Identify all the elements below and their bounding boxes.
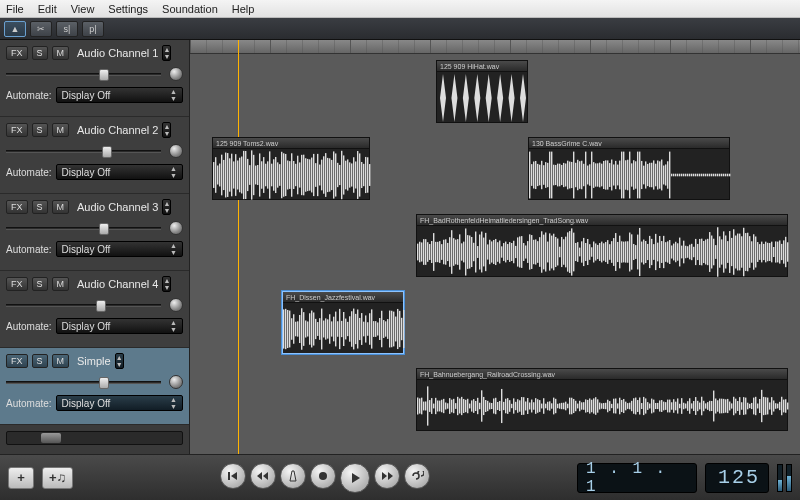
mute-button[interactable]: M [52, 46, 70, 60]
ruler[interactable] [190, 40, 800, 54]
menu-soundation[interactable]: Soundation [162, 3, 218, 15]
svg-rect-374 [283, 309, 284, 348]
svg-rect-87 [529, 152, 530, 199]
mute-button[interactable]: M [52, 123, 70, 137]
svg-rect-189 [419, 242, 420, 263]
svg-rect-408 [351, 311, 352, 347]
automate-dropdown[interactable]: Display Off▲▼ [56, 241, 183, 257]
track-header[interactable]: FX S M Audio Channel 1 ▲▼ Automate: Disp… [0, 40, 189, 117]
add-audio-track-button[interactable]: +♫ [42, 467, 73, 489]
play-button[interactable] [340, 463, 370, 493]
svg-rect-242 [525, 245, 526, 258]
volume-slider[interactable] [6, 220, 183, 236]
pan-knob[interactable] [169, 298, 183, 312]
menu-file[interactable]: File [6, 3, 24, 15]
svg-rect-268 [577, 242, 578, 262]
record-button[interactable] [310, 463, 336, 489]
svg-rect-40 [277, 162, 278, 187]
loop-button[interactable] [404, 463, 430, 489]
time-display[interactable]: 1 . 1 . 1 [577, 463, 697, 493]
svg-rect-383 [301, 308, 302, 349]
snap-tool[interactable]: s| [56, 21, 78, 37]
menu-settings[interactable]: Settings [108, 3, 148, 15]
svg-rect-566 [679, 404, 680, 408]
pencil-tool[interactable]: p| [82, 21, 104, 37]
fx-button[interactable]: FX [6, 277, 28, 291]
track-header[interactable]: FX S M Simple ▲▼ Automate: Display Off▲▼ [0, 348, 189, 425]
solo-button[interactable]: S [32, 123, 48, 137]
audio-clip[interactable]: FH_BadRothenfeldHeimatliedersingen_TradS… [416, 214, 788, 277]
audio-clip[interactable]: 125 909 Toms2.wav [212, 137, 370, 200]
svg-rect-605 [757, 404, 758, 409]
svg-rect-86 [369, 164, 370, 186]
solo-button[interactable]: S [32, 277, 48, 291]
rewind-start-button[interactable] [220, 463, 246, 489]
track-name: Audio Channel 4 [77, 278, 158, 290]
volume-slider[interactable] [6, 143, 183, 159]
cut-tool[interactable]: ✂ [30, 21, 52, 37]
pointer-tool[interactable]: ▲ [4, 21, 26, 37]
svg-rect-113 [581, 161, 582, 190]
svg-rect-450 [447, 403, 448, 408]
track-header[interactable]: FX S M Audio Channel 2 ▲▼ Automate: Disp… [0, 117, 189, 194]
svg-rect-151 [657, 160, 658, 189]
pan-knob[interactable] [169, 375, 183, 389]
fx-button[interactable]: FX [6, 200, 28, 214]
fx-button[interactable]: FX [6, 123, 28, 137]
pan-knob[interactable] [169, 221, 183, 235]
track-menu[interactable]: ▲▼ [115, 353, 124, 369]
track-header[interactable]: FX S M Audio Channel 4 ▲▼ Automate: Disp… [0, 271, 189, 348]
track-menu[interactable]: ▲▼ [162, 276, 171, 292]
solo-button[interactable]: S [32, 354, 48, 368]
mute-button[interactable]: M [52, 354, 70, 368]
audio-clip[interactable]: FH_Bahnuebergang_RailroadCrossing.wav [416, 368, 788, 431]
svg-rect-373 [787, 242, 788, 261]
svg-rect-298 [637, 235, 638, 270]
automate-dropdown[interactable]: Display Off▲▼ [56, 318, 183, 334]
menu-view[interactable]: View [71, 3, 95, 15]
mute-button[interactable]: M [52, 200, 70, 214]
bpm-display[interactable]: 125 [705, 463, 769, 493]
automate-dropdown[interactable]: Display Off▲▼ [56, 164, 183, 180]
track-menu[interactable]: ▲▼ [162, 122, 171, 138]
fx-button[interactable]: FX [6, 46, 28, 60]
svg-rect-168 [691, 174, 692, 177]
audio-clip[interactable]: 130 BassGrime C.wav [528, 137, 730, 200]
menu-edit[interactable]: Edit [38, 3, 57, 15]
forward-button[interactable] [374, 463, 400, 489]
track-header[interactable]: FX S M Audio Channel 3 ▲▼ Automate: Disp… [0, 194, 189, 271]
audio-clip[interactable]: FH_Dissen_Jazzfestival.wav [282, 291, 404, 354]
rewind-button[interactable] [250, 463, 276, 489]
svg-rect-139 [633, 160, 634, 190]
menu-help[interactable]: Help [232, 3, 255, 15]
pan-knob[interactable] [169, 144, 183, 158]
mute-button[interactable]: M [52, 277, 70, 291]
solo-button[interactable]: S [32, 46, 48, 60]
automate-dropdown[interactable]: Display Off▲▼ [56, 87, 183, 103]
metronome-button[interactable] [280, 463, 306, 489]
track-menu[interactable]: ▲▼ [162, 199, 171, 215]
svg-rect-318 [677, 243, 678, 260]
sidebar-hscroll[interactable] [6, 431, 183, 445]
svg-rect-123 [601, 164, 602, 187]
timeline-arena[interactable]: 125 909 HiHat.wav125 909 Toms2.wav130 Ba… [190, 40, 800, 454]
volume-slider[interactable] [6, 374, 183, 390]
svg-rect-561 [669, 400, 670, 413]
fx-button[interactable]: FX [6, 354, 28, 368]
svg-rect-146 [647, 164, 648, 186]
svg-rect-334 [709, 232, 710, 272]
svg-rect-267 [575, 243, 576, 261]
playhead[interactable] [238, 40, 239, 454]
svg-rect-27 [251, 150, 252, 199]
track-menu[interactable]: ▲▼ [162, 45, 171, 61]
svg-rect-388 [311, 311, 312, 348]
add-track-button[interactable]: + [8, 467, 34, 489]
automate-dropdown[interactable]: Display Off▲▼ [56, 395, 183, 411]
svg-rect-507 [561, 403, 562, 409]
volume-slider[interactable] [6, 66, 183, 82]
pan-knob[interactable] [169, 67, 183, 81]
volume-slider[interactable] [6, 297, 183, 313]
audio-clip[interactable]: 125 909 HiHat.wav [436, 60, 528, 123]
svg-rect-413 [361, 313, 362, 345]
solo-button[interactable]: S [32, 200, 48, 214]
